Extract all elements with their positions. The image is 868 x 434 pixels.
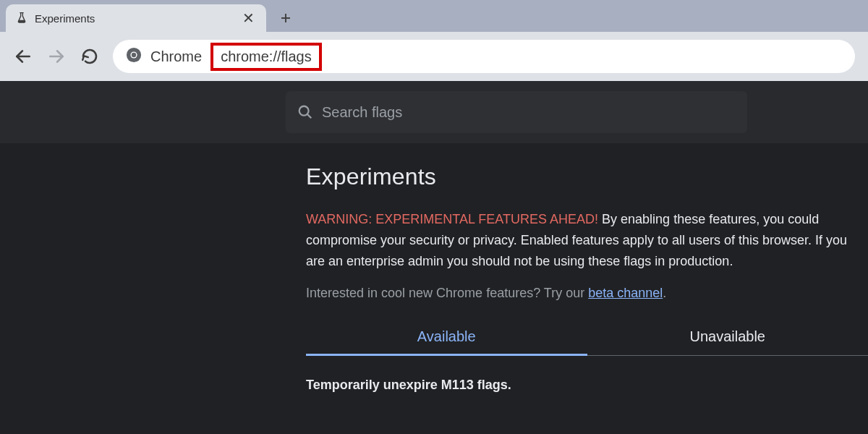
warning-text: WARNING: EXPERIMENTAL FEATURES AHEAD! By… — [306, 209, 868, 271]
svg-point-7 — [299, 106, 309, 116]
search-flags-field[interactable] — [286, 91, 747, 133]
beta-prefix: Interested in cool new Chrome features? … — [306, 286, 588, 300]
search-band — [0, 81, 868, 143]
tab-available[interactable]: Available — [306, 321, 587, 355]
tab-title: Experiments — [35, 12, 234, 25]
beta-line: Interested in cool new Chrome features? … — [306, 286, 868, 301]
svg-point-6 — [132, 53, 136, 57]
search-input[interactable] — [322, 104, 736, 121]
beta-suffix: . — [663, 286, 666, 300]
beta-channel-link[interactable]: beta channel — [588, 286, 663, 300]
flask-icon — [16, 12, 27, 24]
new-tab-button[interactable] — [275, 7, 297, 29]
flags-tabs: Available Unavailable — [306, 321, 868, 356]
left-gutter — [0, 143, 286, 434]
warning-prefix: WARNING: EXPERIMENTAL FEATURES AHEAD! — [306, 212, 598, 226]
flag-item-title: Temporarily unexpire M113 flags. — [306, 378, 868, 393]
reload-button[interactable] — [80, 46, 100, 67]
chrome-icon — [126, 47, 142, 66]
main-column: Experiments WARNING: EXPERIMENTAL FEATUR… — [286, 143, 868, 434]
omnibox-url: chrome://flags — [210, 43, 322, 71]
browser-tab[interactable]: Experiments ✕ — [6, 4, 266, 32]
browser-toolbar: Chrome chrome://flags — [0, 32, 868, 81]
page-title: Experiments — [306, 163, 868, 190]
tab-strip: Experiments ✕ — [0, 0, 868, 32]
forward-button[interactable] — [46, 46, 67, 67]
omnibox[interactable]: Chrome chrome://flags — [113, 40, 855, 73]
search-icon — [297, 104, 313, 120]
close-icon[interactable]: ✕ — [241, 9, 256, 27]
svg-line-8 — [307, 114, 312, 119]
omnibox-scheme-label: Chrome — [150, 48, 202, 65]
page-content: Experiments WARNING: EXPERIMENTAL FEATUR… — [0, 81, 868, 434]
tab-unavailable[interactable]: Unavailable — [587, 321, 869, 355]
back-button[interactable] — [13, 46, 33, 67]
